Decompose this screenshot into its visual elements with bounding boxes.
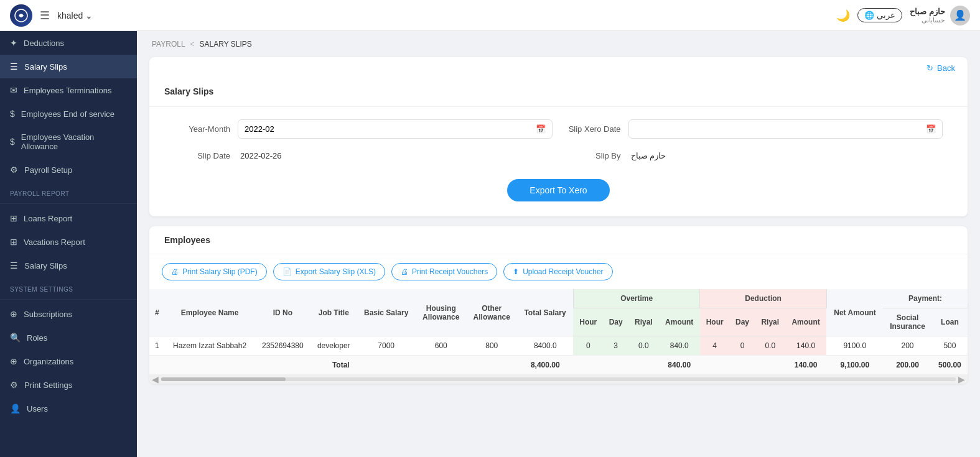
employees-eos-icon: $ (10, 109, 15, 119)
organizations-icon: ⊕ (10, 356, 17, 366)
loans-report-icon: ⊞ (10, 213, 17, 223)
cell-num: 1 (149, 336, 165, 356)
moon-icon[interactable]: 🌙 (836, 9, 850, 22)
print-receipt-vouchers-button[interactable]: 🖨 Print Receipt Vouchers (391, 263, 497, 280)
slip-xero-date-input-wrap: 📅 (628, 119, 943, 139)
sidebar-item-employees-vacation-allowance[interactable]: $ Employees Vacation Allowance (0, 126, 137, 158)
salary-slips-form: Year-Month 📅 Slip Xero Date 📅 (149, 107, 968, 173)
scrollbar-track (161, 377, 956, 381)
cell-ot-riyal: 0.0 (628, 336, 658, 356)
upload-receipt-voucher-button[interactable]: ⬆ Upload Receipt Voucher (503, 263, 612, 280)
col-num: # (149, 289, 165, 336)
col-total-salary: Total Salary (517, 289, 573, 336)
total-net-amount: 9,100.00 (826, 356, 883, 375)
user-subtitle: حسابانى (922, 16, 945, 24)
back-button[interactable]: ↻ Back (926, 63, 955, 73)
export-salary-slip-xls-button[interactable]: 📄 Export Salary Slip (XLS) (273, 263, 385, 280)
cell-ot-hour: 0 (573, 336, 603, 356)
col-loan: Loan (932, 308, 968, 336)
sidebar-item-organizations[interactable]: ⊕ Organizations (0, 349, 137, 373)
sidebar: ✦ Deductions ☰ Salary Slips ✉ Employees … (0, 31, 137, 457)
sidebar-item-deductions[interactable]: ✦ Deductions (0, 31, 137, 55)
cell-basic-salary: 7000 (357, 336, 416, 356)
cell-loan: 500 (932, 336, 968, 356)
slip-date-row: Slip Date 2022-02-26 (174, 151, 553, 160)
col-ot-hour: Hour (573, 308, 603, 336)
cell-ded-amount: 140.0 (785, 336, 826, 356)
col-social-insurance: SocialInsurance (883, 308, 932, 336)
scroll-left-arrow[interactable]: ◀ (152, 374, 159, 384)
col-net-amount: Net Amount (826, 289, 883, 336)
cell-ded-riyal: 0.0 (755, 336, 785, 356)
print-settings-icon: ⚙ (10, 380, 18, 390)
table-scrollbar[interactable]: ◀ ▶ (149, 375, 968, 384)
slip-date-label: Slip Date (174, 151, 230, 160)
sidebar-item-payroll-setup[interactable]: ⚙ Payroll Setup (0, 158, 137, 182)
topbar: ☰ khaled ⌄ 🌙 🌐 عربي حازم صباح حسابانى 👤 (0, 0, 980, 31)
salary-slips-icon: ☰ (10, 62, 18, 72)
employees-terminations-icon: ✉ (10, 85, 17, 95)
salary-slips-card: ↻ Back Salary Slips Year-Month 📅 Slip Xe… (149, 57, 968, 216)
total-social-insurance: 200.00 (883, 356, 932, 375)
slip-by-row: Slip By حازم صباح (565, 151, 943, 160)
breadcrumb-current: SALARY SLIPS (200, 40, 252, 48)
total-label: Total (165, 356, 517, 375)
col-basic-salary: Basic Salary (357, 289, 416, 336)
employees-table: # Employee Name ID No Job Title Basic Sa… (149, 289, 968, 375)
col-id-no: ID No (255, 289, 311, 336)
sidebar-item-loans-report[interactable]: ⊞ Loans Report (0, 206, 137, 230)
col-ded-day: Day (729, 308, 755, 336)
col-ded-hour: Hour (700, 308, 730, 336)
calendar-icon[interactable]: 📅 (530, 120, 552, 138)
sidebar-item-employees-terminations[interactable]: ✉ Employees Terminations (0, 78, 137, 102)
scroll-right-arrow[interactable]: ▶ (958, 374, 965, 384)
print-pdf-icon: 🖨 (171, 267, 179, 276)
col-job-title: Job Title (310, 289, 357, 336)
user-dropdown[interactable]: khaled ⌄ (57, 11, 93, 21)
sidebar-item-salary-slips-report[interactable]: ☰ Salary Slips (0, 254, 137, 277)
cell-other-allowance: 800 (466, 336, 517, 356)
globe-icon: 🌐 (864, 11, 874, 20)
cell-ded-day: 0 (729, 336, 755, 356)
year-month-label: Year-Month (174, 124, 230, 134)
print-vouchers-icon: 🖨 (401, 267, 408, 276)
col-group-overtime: Overtime (573, 289, 699, 308)
user-name-block: حازم صباح حسابانى (910, 7, 945, 24)
user-info: حازم صباح حسابانى 👤 (910, 6, 970, 25)
hamburger-icon[interactable]: ☰ (40, 9, 50, 22)
total-total-salary: 8,400.00 (517, 356, 573, 375)
sidebar-item-salary-slips[interactable]: ☰ Salary Slips (0, 55, 137, 78)
print-salary-slip-pdf-button[interactable]: 🖨 Print Salary Slip (PDF) (162, 263, 267, 280)
year-month-input[interactable] (238, 120, 530, 138)
sidebar-item-vacations-report[interactable]: ⊞ Vacations Report (0, 230, 137, 254)
table-total-row: Total 8,400.00 840.00 140.00 9,100.00 20 (149, 356, 968, 375)
sidebar-item-subscriptions[interactable]: ⊕ Subscriptions (0, 302, 137, 326)
export-xls-icon: 📄 (282, 267, 292, 276)
employees-table-wrap: # Employee Name ID No Job Title Basic Sa… (149, 289, 968, 384)
scrollbar-thumb (161, 377, 286, 381)
sidebar-item-employees-end-of-service[interactable]: $ Employees End of service (0, 102, 137, 126)
breadcrumb: PAYROLL < SALARY SLIPS (137, 31, 980, 57)
salary-slips-report-icon: ☰ (10, 261, 18, 270)
slip-xero-date-input[interactable] (629, 120, 920, 138)
table-row: 1 Hazem Izzat Sabbah2 2352694380 develop… (149, 336, 968, 356)
topbar-right: 🌙 🌐 عربي حازم صباح حسابانى 👤 (836, 6, 970, 25)
cell-employee-name: Hazem Izzat Sabbah2 (165, 336, 255, 356)
export-to-xero-button[interactable]: Export To Xero (507, 179, 609, 201)
total-loan: 500.00 (932, 356, 968, 375)
col-group-deduction: Deduction (700, 289, 826, 308)
sidebar-item-users[interactable]: 👤 Users (0, 397, 137, 420)
slip-date-value: 2022-02-26 (238, 151, 282, 160)
table-header-row-1: # Employee Name ID No Job Title Basic Sa… (149, 289, 968, 308)
action-buttons: 🖨 Print Salary Slip (PDF) 📄 Export Salar… (149, 254, 968, 289)
slip-xero-date-label: Slip Xero Date (565, 124, 621, 134)
sidebar-item-print-settings[interactable]: ⚙ Print Settings (0, 373, 137, 397)
employees-vacation-icon: $ (10, 137, 15, 147)
users-icon: 👤 (10, 404, 21, 413)
breadcrumb-parent[interactable]: PAYROLL (152, 40, 185, 48)
sidebar-item-roles[interactable]: 🔍 Roles (0, 326, 137, 349)
language-button[interactable]: 🌐 عربي (857, 8, 902, 22)
slip-xero-calendar-icon[interactable]: 📅 (920, 120, 942, 138)
chevron-down-icon: ⌄ (85, 11, 93, 21)
vacations-report-icon: ⊞ (10, 237, 17, 247)
